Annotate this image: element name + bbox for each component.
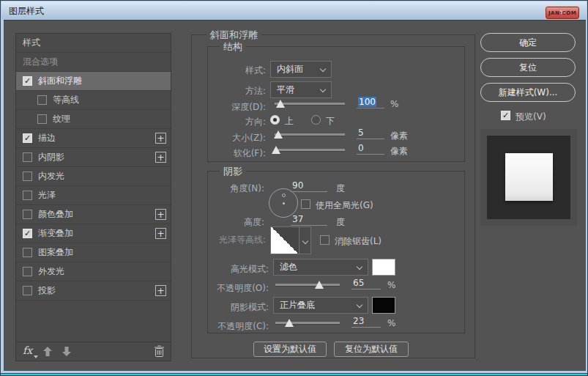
move-effect-down-button[interactable] (62, 346, 72, 357)
highlight-opacity-slider[interactable] (275, 280, 340, 290)
depth-input[interactable]: 100 (357, 97, 384, 108)
gloss-contour-dropdown[interactable] (299, 226, 311, 254)
size-slider[interactable] (275, 130, 345, 140)
window-edge (1, 374, 587, 375)
add-effect-instance-button[interactable]: + (155, 209, 166, 220)
size-label: 大小(Z): (207, 132, 266, 144)
gloss-contour-thumbnail[interactable] (270, 226, 299, 254)
new-style-button[interactable]: 新建样式(W)... (480, 83, 576, 102)
direction-down-label[interactable]: 下 (326, 115, 335, 128)
shadow-mode-dropdown[interactable]: 正片叠底 (273, 297, 368, 314)
slider-track (275, 149, 345, 151)
soften-slider[interactable] (275, 145, 345, 155)
fx-caret-icon (34, 355, 38, 358)
highlight-mode-label: 高光模式: (198, 263, 269, 276)
depth-slider[interactable] (275, 99, 345, 109)
highlight-mode-dropdown[interactable]: 滤色 (273, 259, 368, 276)
shadow-color-swatch[interactable] (372, 297, 395, 314)
direction-up-label[interactable]: 上 (285, 115, 294, 128)
slider-thumb[interactable] (315, 281, 324, 289)
chevron-down-icon (357, 302, 362, 308)
anti-alias-checkbox[interactable] (320, 235, 330, 245)
sidebar-item-label: 颜色叠加 (38, 208, 73, 221)
highlight-opacity-label: 不透明度(O): (198, 282, 269, 295)
anti-alias-label[interactable]: 消除锯齿(L) (335, 235, 382, 248)
checked-checkbox[interactable]: ✓ (23, 76, 32, 86)
sidebar-item-2[interactable]: 混合选项 (16, 53, 171, 72)
shadow-opacity-input[interactable]: 23 (351, 316, 381, 328)
unchecked-checkbox[interactable] (23, 172, 32, 181)
highlight-opacity-unit: % (387, 280, 395, 290)
highlight-opacity-input[interactable]: 65 (351, 278, 381, 290)
style-preview (480, 129, 577, 226)
add-effect-instance-button[interactable]: + (155, 152, 166, 163)
sidebar-item-label: 纹理 (53, 113, 70, 125)
set-default-button[interactable]: 设置为默认值 (253, 342, 327, 357)
preview-checkbox[interactable]: ✓ (501, 111, 510, 120)
checked-checkbox[interactable]: ✓ (23, 229, 32, 238)
shadow-opacity-label: 不透明度(C): (198, 320, 269, 333)
chevron-down-icon (302, 238, 308, 244)
sidebar-item-6[interactable]: ✓描边+ (16, 129, 171, 148)
altitude-label: 高度: (200, 216, 264, 229)
direction-label: 方向: (207, 116, 266, 128)
sidebar-item-14[interactable]: 投影+ (16, 281, 171, 301)
slider-thumb[interactable] (274, 130, 283, 139)
size-unit: 像素 (390, 130, 408, 142)
unchecked-checkbox[interactable] (23, 210, 32, 219)
sidebar-item-11[interactable]: ✓渐变叠加+ (16, 224, 171, 243)
altitude-input[interactable]: 37 (291, 214, 327, 226)
sidebar-item-8[interactable]: 内发光 (16, 167, 171, 186)
sidebar-item-13[interactable]: 外发光 (16, 262, 171, 281)
use-global-light-checkbox[interactable] (301, 199, 310, 209)
sidebar-item-7[interactable]: 内阴影+ (16, 148, 171, 167)
unchecked-checkbox[interactable] (23, 267, 32, 276)
direction-up-radio[interactable] (270, 115, 280, 125)
close-button[interactable]: ✕ JAN:COM (546, 7, 579, 19)
add-effect-instance-button[interactable]: + (155, 285, 166, 296)
dialog-title: 图层样式 (9, 5, 44, 18)
add-effect-instance-button[interactable]: + (155, 228, 166, 239)
sidebar-item-5[interactable]: 纹理 (16, 110, 171, 129)
unchecked-checkbox[interactable] (23, 248, 32, 257)
unchecked-checkbox[interactable] (37, 95, 47, 105)
sidebar-item-label: 投影 (38, 284, 56, 297)
angle-input[interactable]: 90 (291, 180, 327, 192)
fx-menu-button[interactable]: fx (23, 344, 32, 356)
effects-toolbar: fx (16, 342, 171, 361)
sidebar-item-10[interactable]: 颜色叠加+ (16, 205, 171, 224)
slider-thumb[interactable] (272, 146, 280, 154)
slider-thumb[interactable] (276, 100, 285, 108)
direction-down-radio[interactable] (311, 115, 321, 125)
unchecked-checkbox[interactable] (23, 286, 32, 295)
angle-dial[interactable] (269, 188, 298, 218)
size-input[interactable]: 5 (357, 128, 384, 139)
angle-label: 角度(N): (200, 183, 264, 195)
unchecked-checkbox[interactable] (37, 114, 47, 124)
sidebar-item-1[interactable]: 样式 (16, 34, 171, 53)
add-effect-instance-button[interactable]: + (155, 133, 166, 144)
move-effect-up-button[interactable] (42, 346, 53, 357)
unchecked-checkbox[interactable] (23, 152, 32, 162)
slider-thumb[interactable] (285, 319, 294, 327)
style-dropdown[interactable]: 内斜面 (270, 61, 332, 78)
sidebar-item-label: 描边 (38, 132, 56, 144)
use-global-light-label[interactable]: 使用全局光(G) (316, 199, 373, 212)
checked-checkbox[interactable]: ✓ (23, 133, 32, 143)
sidebar-item-4[interactable]: 等高线 (16, 91, 171, 110)
reset-default-button[interactable]: 复位为默认值 (334, 342, 409, 357)
delete-effect-button[interactable] (154, 345, 165, 358)
sidebar-item-3[interactable]: ✓斜面和浮雕 (16, 72, 171, 91)
ok-button[interactable]: 确定 (480, 33, 576, 52)
titlebar[interactable]: 图层样式 ✕ JAN:COM (1, 1, 587, 20)
highlight-color-swatch[interactable] (372, 259, 395, 276)
chevron-down-icon (357, 264, 362, 270)
soften-input[interactable]: 0 (357, 143, 384, 155)
unchecked-checkbox[interactable] (23, 191, 32, 200)
shadow-opacity-slider[interactable] (275, 318, 340, 328)
reset-button[interactable]: 复位 (480, 58, 576, 77)
preview-label[interactable]: 预览(V) (516, 111, 546, 123)
method-dropdown[interactable]: 平滑 (270, 81, 332, 98)
sidebar-item-9[interactable]: 光泽 (16, 186, 171, 205)
sidebar-item-12[interactable]: 图案叠加 (16, 243, 171, 262)
